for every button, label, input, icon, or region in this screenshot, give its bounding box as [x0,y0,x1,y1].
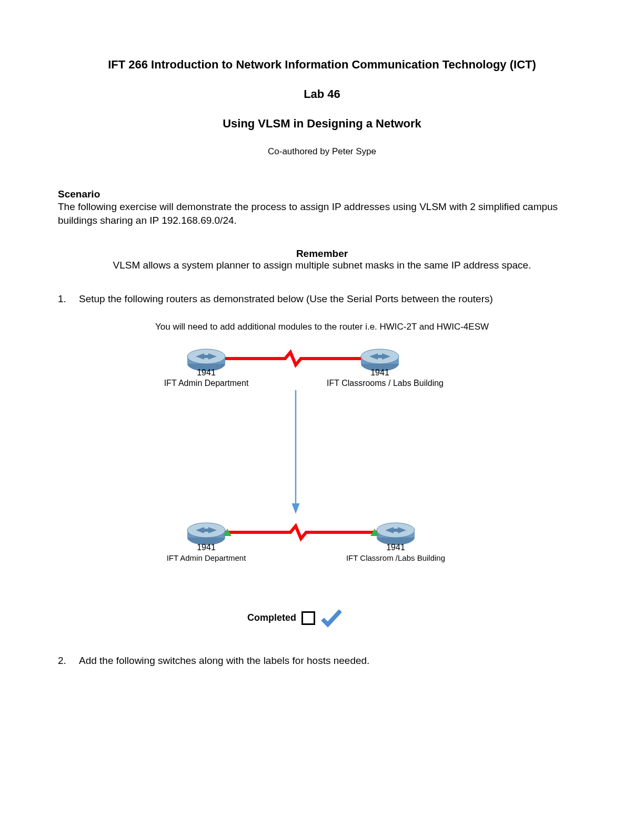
completed-label: Completed [247,612,296,623]
step-1-number: 1. [58,292,79,306]
completed-checkbox[interactable] [301,611,315,625]
router-label-tr: IFT Classrooms / Labs Building [327,379,444,388]
step-2-text: Add the following switches along with th… [79,654,586,668]
router-label-bl: IFT Admin Department [167,553,246,562]
router-icon-bottom-right [377,523,415,545]
lab-number: Lab 46 [58,87,586,101]
router-label-tl: IFT Admin Department [164,379,249,388]
author-line: Co-authored by Peter Sype [58,146,586,157]
step-2: 2. Add the following switches along with… [58,654,586,668]
scenario-body: The following exercise will demonstrate … [58,200,586,227]
checkmark-icon [320,609,343,628]
network-diagram: 1941 IFT Admin Department 1941 IFT Class… [154,343,490,590]
course-title: IFT 266 Introduction to Network Informat… [80,58,564,72]
remember-body: VLSM allows a system planner to assign m… [58,260,586,271]
router-label-br: IFT Classrom /Labs Building [346,553,445,562]
router-icon-bottom-left [187,523,225,545]
step-1-text: Setup the following routers as demonstra… [79,292,586,306]
completed-row: Completed [247,609,343,628]
diagram-svg: 1941 IFT Admin Department 1941 IFT Class… [154,343,490,590]
step-1: 1. Setup the following routers as demons… [58,292,586,306]
router-model-bl: 1941 [197,543,216,552]
step-2-number: 2. [58,654,79,668]
router-model-tl: 1941 [197,368,216,377]
scenario-heading: Scenario [58,188,586,200]
router-model-tr: 1941 [370,368,389,377]
lab-title: Using VLSM in Designing a Network [58,117,586,131]
remember-heading: Remember [58,248,586,260]
router-model-br: 1941 [386,543,405,552]
step-1-hint: You will need to add additional modules … [58,322,586,332]
